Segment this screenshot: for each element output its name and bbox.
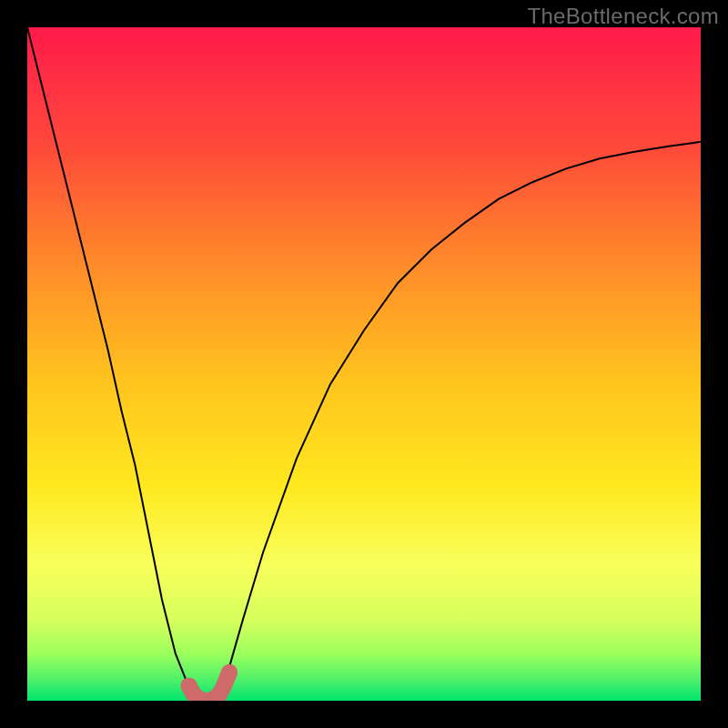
watermark-text: TheBottleneck.com [527,4,719,29]
gradient-background [27,27,701,701]
marker-dot [181,678,197,694]
chart-canvas [27,27,701,701]
marker-dot [221,664,238,681]
chart-frame: TheBottleneck.com [0,0,728,728]
